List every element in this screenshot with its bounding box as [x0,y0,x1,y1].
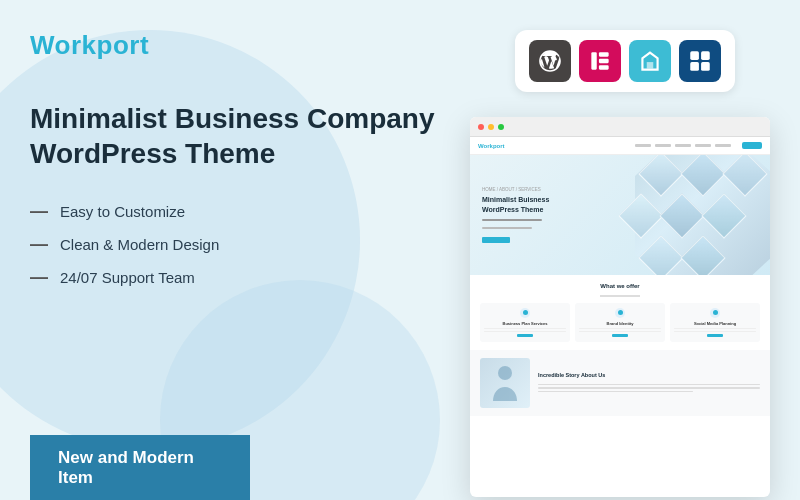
dash-icon-3: — [30,267,48,288]
boxicons-icon [679,40,721,82]
svg-rect-0 [591,52,596,69]
dash-icon-2: — [30,234,48,255]
feature-item-3: — 24/07 Support Team [30,267,440,288]
mock-nav-link-2 [655,144,671,147]
browser-content: Workport [470,137,770,497]
mock-card-1: Business Plan Services [480,303,570,343]
browser-bar [470,117,770,137]
feature-item-1: — Easy to Customize [30,201,440,222]
svg-rect-6 [690,62,699,71]
cta-button-container[interactable]: New and Modern Item [30,435,250,500]
mock-card-3: Social Media Planning [670,303,760,343]
mock-hero-text: HOME / ABOUT / SERVICES Minimalist Buisn… [482,187,549,243]
svg-point-8 [498,366,512,380]
mock-card-line-1b [484,331,566,333]
browser-dot-red [478,124,484,130]
mock-hero-tagline: HOME / ABOUT / SERVICES [482,187,549,192]
mock-story-line-1 [538,384,760,386]
feature-item-2: — Clean & Modern Design [30,234,440,255]
dash-icon-1: — [30,201,48,222]
mock-card-btn-3 [707,334,723,337]
mock-hero-sub-2 [482,227,532,229]
main-title: Minimalist Business Company WordPress Th… [30,101,440,171]
mock-story-line-3 [538,391,693,393]
mock-offer-title: What we offer [480,283,760,289]
mock-card-btn-1 [517,334,533,337]
svg-rect-7 [701,62,710,71]
mock-card-icon-inner-1 [523,310,528,315]
mock-nav-logo: Workport [478,143,505,149]
mock-nav-button [742,142,762,149]
mock-nav-link-4 [695,144,711,147]
features-list: — Easy to Customize — Clean & Modern Des… [30,201,440,300]
mock-nav-links [635,144,731,147]
mock-offer-divider [600,295,640,297]
mock-card-line-1a [484,328,566,330]
browser-dot-yellow [488,124,494,130]
mock-offer-section: What we offer Business Plan Services [470,275,770,350]
mock-card-line-2b [579,331,661,333]
svg-rect-4 [690,51,699,60]
mock-hero-sub-1 [482,219,542,221]
browser-mockup: Workport [470,117,770,497]
mock-card-title-2: Brand Identity [579,321,661,326]
mock-nav-link-3 [675,144,691,147]
mock-offer-cards: Business Plan Services Brand Identity [480,303,760,343]
mock-card-title-3: Social Media Planning [674,321,756,326]
mock-card-icon-1 [520,308,530,318]
mock-story-image [480,358,530,408]
mock-card-icon-2 [615,308,625,318]
right-panel: Workport [460,30,770,500]
brand-logo: Workport [30,30,440,61]
mock-nav-link-5 [715,144,731,147]
mock-hero-learn-btn [482,237,510,243]
mock-card-icon-3 [710,308,720,318]
mock-card-icon-inner-2 [618,310,623,315]
mock-card-2: Brand Identity [575,303,665,343]
mock-card-line-2a [579,328,661,330]
browser-dot-green [498,124,504,130]
mock-card-line-3a [674,328,756,330]
mock-hero-3d [635,155,770,275]
mock-card-icon-inner-3 [713,310,718,315]
plugin-icons-container [515,30,735,92]
mock-story-title: Incredible Story About Us [538,372,760,380]
mock-card-btn-2 [612,334,628,337]
svg-rect-5 [701,51,710,60]
mock-story-line-2 [538,387,760,389]
mock-nav: Workport [470,137,770,155]
avada-icon [629,40,671,82]
elementor-icon [579,40,621,82]
cta-button-label: New and Modern Item [58,448,222,488]
mock-hero-title: Minimalist BuisnessWordPress Theme [482,195,549,215]
left-panel: Workport Minimalist Business Company Wor… [30,30,460,500]
wordpress-icon [529,40,571,82]
mock-nav-link-1 [635,144,651,147]
mock-card-line-3b [674,331,756,333]
svg-rect-3 [599,65,609,69]
mock-hero: HOME / ABOUT / SERVICES Minimalist Buisn… [470,155,770,275]
mock-story-section: Incredible Story About Us [470,350,770,416]
svg-rect-1 [599,52,609,56]
mock-story-text: Incredible Story About Us [538,372,760,394]
mock-card-title-1: Business Plan Services [484,321,566,326]
svg-rect-2 [599,59,609,63]
